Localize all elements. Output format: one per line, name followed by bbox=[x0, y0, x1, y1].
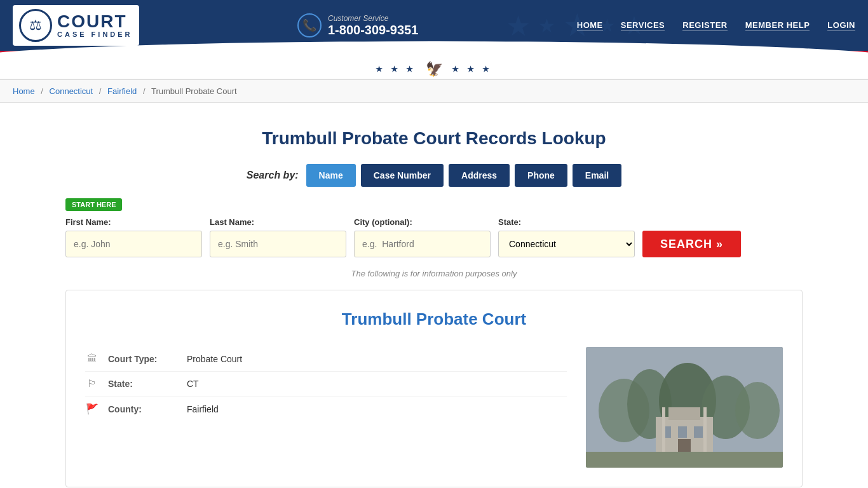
tab-address[interactable]: Address bbox=[449, 164, 510, 187]
search-button[interactable]: SEARCH » bbox=[642, 231, 741, 257]
info-note: The following is for information purpose… bbox=[65, 269, 803, 278]
logo-text-block: COURT CASE FINDER bbox=[57, 13, 133, 38]
state-label: State: bbox=[498, 217, 635, 227]
last-name-label: Last Name: bbox=[210, 217, 346, 227]
breadcrumb-current: Trumbull Probate Court bbox=[151, 86, 237, 96]
city-label: City (optional): bbox=[354, 217, 491, 227]
eagle-band: ★ ★ ★ 🦅 ★ ★ ★ bbox=[0, 60, 868, 80]
first-name-input[interactable] bbox=[65, 231, 202, 257]
breadcrumb-fairfield[interactable]: Fairfield bbox=[107, 86, 137, 96]
main-content: Trumbull Probate Court Records Lookup Se… bbox=[53, 103, 815, 488]
state-value: CT bbox=[187, 379, 199, 389]
search-form: First Name: Last Name: City (optional): … bbox=[65, 217, 803, 257]
cs-phone: 1-800-309-9351 bbox=[328, 23, 418, 37]
state-select[interactable]: Connecticut Alabama Alaska Arizona Arkan… bbox=[498, 231, 635, 257]
eagle-icon: 🦅 bbox=[426, 61, 443, 78]
court-details: 🏛 Court Type: Probate Court 🏳 State: CT … bbox=[85, 347, 783, 468]
cs-text-block: Customer Service 1-800-309-9351 bbox=[328, 14, 418, 37]
court-type-value: Probate Court bbox=[187, 354, 242, 364]
logo-box: ⚖ COURT CASE FINDER bbox=[13, 5, 139, 46]
county-label: County: bbox=[108, 404, 178, 414]
search-by-row: Search by: Name Case Number Address Phon… bbox=[65, 164, 803, 187]
breadcrumb-connecticut[interactable]: Connecticut bbox=[50, 86, 93, 96]
logo-emblem: ⚖ bbox=[19, 9, 52, 42]
court-info-table: 🏛 Court Type: Probate Court 🏳 State: CT … bbox=[85, 347, 567, 421]
breadcrumb-sep-1: / bbox=[41, 86, 43, 96]
logo-court-text: COURT bbox=[57, 13, 133, 30]
county-row: 🚩 County: Fairfield bbox=[85, 396, 567, 421]
tab-name[interactable]: Name bbox=[306, 164, 356, 187]
eagle-stars-right: ★ ★ ★ bbox=[452, 65, 493, 74]
county-value: Fairfield bbox=[187, 404, 219, 414]
customer-service: 📞 Customer Service 1-800-309-9351 bbox=[297, 13, 418, 37]
last-name-input[interactable] bbox=[210, 231, 346, 257]
search-by-label: Search by: bbox=[247, 170, 299, 181]
breadcrumb: Home / Connecticut / Fairfield / Trumbul… bbox=[0, 80, 868, 103]
state-row: 🏳 State: CT bbox=[85, 372, 567, 396]
breadcrumb-home[interactable]: Home bbox=[13, 86, 35, 96]
court-image-svg bbox=[586, 347, 783, 468]
svg-rect-15 bbox=[586, 347, 783, 468]
nav-register[interactable]: REGISTER bbox=[682, 20, 727, 31]
court-type-row: 🏛 Court Type: Probate Court bbox=[85, 347, 567, 372]
logo-area[interactable]: ⚖ COURT CASE FINDER bbox=[13, 5, 139, 46]
cs-label: Customer Service bbox=[328, 14, 418, 23]
county-icon: 🚩 bbox=[85, 403, 99, 415]
last-name-group: Last Name: bbox=[210, 217, 346, 257]
start-here-text: START HERE bbox=[65, 198, 122, 211]
first-name-label: First Name: bbox=[65, 217, 202, 227]
eagle-stars-left: ★ ★ ★ bbox=[376, 65, 417, 74]
breadcrumb-sep-2: / bbox=[99, 86, 102, 96]
start-here-badge: START HERE bbox=[65, 198, 803, 217]
state-icon: 🏳 bbox=[85, 378, 99, 390]
breadcrumb-sep-3: / bbox=[143, 86, 146, 96]
logo-case-finder-text: CASE FINDER bbox=[57, 30, 133, 38]
court-type-label: Court Type: bbox=[108, 354, 178, 364]
eagle-area: ★ ★ ★ 🦅 ★ ★ ★ bbox=[376, 61, 492, 78]
nav-login[interactable]: LOGIN bbox=[827, 20, 855, 31]
city-input[interactable] bbox=[354, 231, 491, 257]
court-type-icon: 🏛 bbox=[85, 353, 99, 365]
tab-case-number[interactable]: Case Number bbox=[361, 164, 444, 187]
tab-email[interactable]: Email bbox=[573, 164, 621, 187]
red-band bbox=[0, 51, 868, 60]
state-label-cell: State: bbox=[108, 379, 178, 389]
first-name-group: First Name: bbox=[65, 217, 202, 257]
city-group: City (optional): bbox=[354, 217, 491, 257]
court-card: Trumbull Probate Court 🏛 Court Type: Pro… bbox=[65, 290, 803, 487]
state-group: State: Connecticut Alabama Alaska Arizon… bbox=[498, 217, 635, 257]
phone-icon: 📞 bbox=[297, 13, 322, 37]
court-card-title: Trumbull Probate Court bbox=[85, 309, 783, 329]
nav-member-help[interactable]: MEMBER HELP bbox=[745, 20, 810, 31]
page-title: Trumbull Probate Court Records Lookup bbox=[65, 128, 803, 149]
tab-phone[interactable]: Phone bbox=[515, 164, 567, 187]
court-image bbox=[586, 347, 783, 468]
